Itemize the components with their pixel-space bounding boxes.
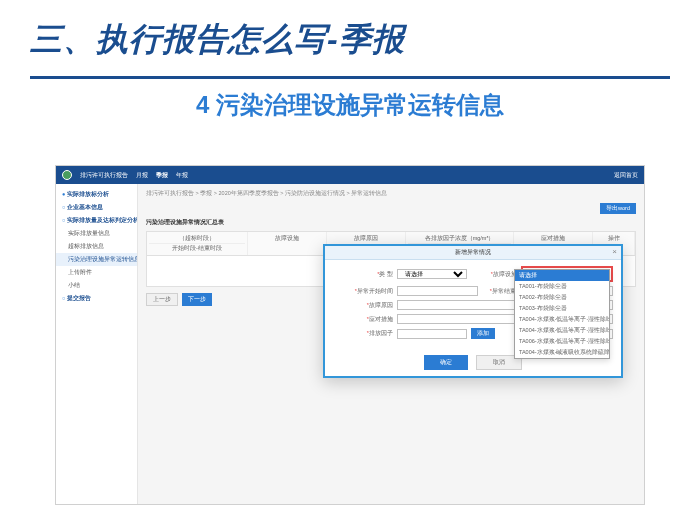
- pollutant-input[interactable]: [397, 329, 467, 339]
- sidebar-item-1[interactable]: ○ 企业基本信息: [56, 201, 137, 214]
- app-screenshot: 排污许可执行报告 月报 季报 年报 返回首页 ● 实际排放标分析 ○ 企业基本信…: [55, 165, 645, 505]
- title-divider: [30, 76, 670, 79]
- sidebar-item-3[interactable]: 实际排放量信息: [56, 227, 137, 240]
- panel-title: 污染治理设施异常情况汇总表: [146, 218, 636, 227]
- prev-step-button[interactable]: 上一步: [146, 293, 178, 306]
- facility-dropdown: 请选择 TA001-布袋除尘器 TA002-布袋除尘器 TA003-布袋除尘器 …: [514, 269, 610, 359]
- start-time-input[interactable]: [397, 286, 478, 296]
- modal-header: 新增异常情况 ×: [325, 246, 621, 260]
- modal-title: 新增异常情况: [455, 248, 491, 257]
- dropdown-option[interactable]: TA004-水煤浆-低温等离子-湿性除味法: [515, 314, 609, 325]
- sidebar-item-2[interactable]: ○ 实际排放量及达标判定分析: [56, 214, 137, 227]
- add-pollutant-button[interactable]: 添加: [471, 328, 495, 339]
- nav-quarterly[interactable]: 季报: [156, 171, 168, 180]
- next-step-button[interactable]: 下一步: [182, 293, 212, 306]
- dropdown-option[interactable]: 请选择: [515, 270, 609, 281]
- sidebar-item-5[interactable]: 污染治理设施异常运转信息: [56, 253, 137, 266]
- sidebar-item-6[interactable]: 上传附件: [56, 266, 137, 279]
- th-facility: 故障设施: [248, 232, 327, 255]
- dropdown-option[interactable]: TA004-水煤浆-低温等离子-湿性除味法: [515, 325, 609, 336]
- dropdown-option[interactable]: TA002-布袋除尘器: [515, 292, 609, 303]
- nav-yearly[interactable]: 年报: [176, 171, 188, 180]
- slide-subtitle: 4 污染治理设施异常运转信息: [0, 89, 700, 121]
- breadcrumb: 排污许可执行报告 > 季报 > 2020年第四季度季报告 > 污染防治设施运行情…: [146, 190, 636, 197]
- app-header: 排污许可执行报告 月报 季报 年报 返回首页: [56, 166, 644, 184]
- ok-button[interactable]: 确定: [424, 355, 468, 370]
- type-select[interactable]: 请选择: [397, 269, 467, 279]
- app-logo-icon: [62, 170, 72, 180]
- dropdown-option[interactable]: TA001-布袋除尘器: [515, 281, 609, 292]
- sidebar-item-8[interactable]: ○ 提交报告: [56, 292, 137, 305]
- main-panel: 排污许可执行报告 > 季报 > 2020年第四季度季报告 > 污染防治设施运行情…: [138, 184, 644, 504]
- sidebar-item-0[interactable]: ● 实际排放标分析: [56, 188, 137, 201]
- export-word-button[interactable]: 导出word: [600, 203, 636, 214]
- home-link[interactable]: 返回首页: [614, 171, 638, 180]
- dropdown-option[interactable]: TA006-水煤浆-低温等离子-湿性除味法: [515, 336, 609, 347]
- close-icon[interactable]: ×: [612, 247, 617, 256]
- sidebar-item-4[interactable]: 超标排放信息: [56, 240, 137, 253]
- nav-monthly[interactable]: 月报: [136, 171, 148, 180]
- sidebar-item-7[interactable]: 小结: [56, 279, 137, 292]
- dropdown-option[interactable]: TA004-水煤浆-碱液吸收系统降硫降氮: [515, 347, 609, 358]
- sidebar: ● 实际排放标分析 ○ 企业基本信息 ○ 实际排放量及达标判定分析 实际排放量信…: [56, 184, 138, 504]
- app-name: 排污许可执行报告: [80, 171, 128, 180]
- dropdown-option[interactable]: TA003-布袋除尘器: [515, 303, 609, 314]
- slide-title: 三、执行报告怎么写-季报: [30, 18, 670, 62]
